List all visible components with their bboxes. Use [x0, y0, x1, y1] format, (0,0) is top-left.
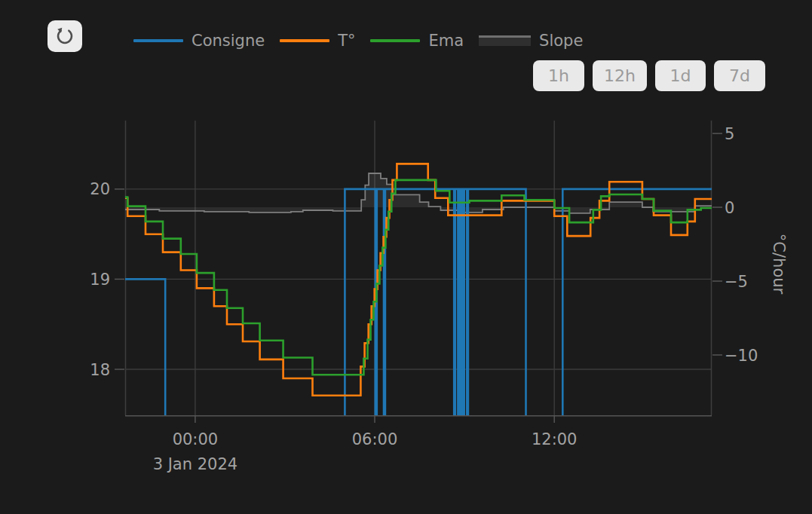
series-consigne: [125, 189, 712, 460]
y-right-tick-label: 5: [725, 125, 734, 143]
y-left-tick-label: 19: [90, 271, 110, 289]
x-tick-label: 00:00: [173, 430, 219, 448]
axis-ticks: [115, 133, 722, 423]
y-left-tick-label: 18: [90, 361, 110, 379]
y-right-tick-label: −5: [725, 273, 748, 291]
chart-series: [125, 164, 712, 459]
y-right-axis-title: °C/hour: [770, 234, 788, 295]
y-right-tick-label: −10: [725, 347, 758, 365]
y-left-tick-label: 20: [90, 180, 110, 198]
x-axis-date-label: 3 Jan 2024: [153, 455, 238, 473]
axis-labels: 20191850−5−1000:0006:0012:003 Jan 2024°C…: [90, 125, 788, 473]
x-tick-label: 12:00: [532, 430, 578, 448]
x-tick-label: 06:00: [352, 430, 398, 448]
y-right-tick-label: 0: [725, 199, 734, 217]
temperature-dashboard: Consigne T° Ema Slope 1h 12h 1d 7d 20191…: [0, 0, 812, 514]
chart-canvas[interactable]: 20191850−5−1000:0006:0012:003 Jan 2024°C…: [0, 0, 812, 514]
gridlines: [125, 121, 712, 416]
